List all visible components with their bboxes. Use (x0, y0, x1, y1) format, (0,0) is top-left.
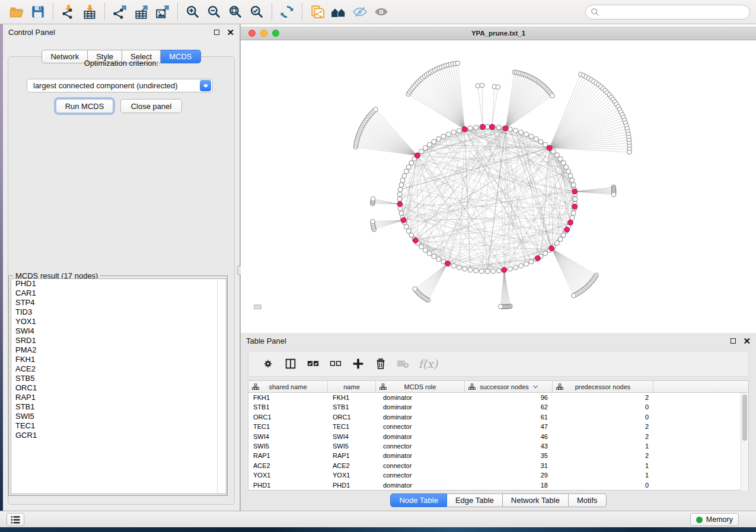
zoom-selected-icon[interactable] (246, 2, 267, 21)
graph-ring-node[interactable] (400, 178, 405, 182)
graph-mcds-node[interactable] (503, 126, 508, 131)
table-row[interactable]: FKH1FKH1dominator962 (248, 393, 748, 402)
graph-mcds-node[interactable] (413, 238, 418, 243)
graph-ring-node[interactable] (524, 132, 528, 137)
graph-leaf-node[interactable] (371, 219, 375, 224)
graph-ring-node[interactable] (491, 269, 496, 274)
show-all-icon[interactable] (371, 2, 392, 21)
graph-ring-node[interactable] (446, 132, 451, 137)
graph-ring-node[interactable] (538, 139, 543, 144)
tab-motifs[interactable]: Motifs (569, 493, 607, 507)
graph-ring-node[interactable] (561, 233, 566, 238)
close-panel-icon[interactable]: ✕ (227, 28, 234, 37)
search-input[interactable] (585, 5, 750, 20)
graph-ring-node[interactable] (397, 197, 402, 201)
graph-ring-node[interactable] (441, 134, 446, 139)
close-panel-button[interactable]: Close panel (120, 99, 182, 113)
graph-ring-node[interactable] (399, 182, 404, 187)
zoom-fit-icon[interactable] (225, 2, 246, 21)
tab-node-table[interactable]: Node Table (390, 493, 447, 507)
mcds-result-item[interactable]: ORC1 (11, 383, 226, 393)
mcds-result-item[interactable]: GCR1 (11, 431, 226, 440)
graph-ring-node[interactable] (406, 229, 411, 233)
graph-ring-node[interactable] (571, 182, 576, 187)
graph-ring-node[interactable] (419, 149, 424, 154)
mcds-result-item[interactable]: SWI5 (11, 412, 226, 421)
column-header-shared-name[interactable]: shared name (248, 381, 328, 392)
graph-ring-node[interactable] (513, 265, 518, 270)
graph-mcds-node[interactable] (568, 220, 573, 225)
graph-mcds-node[interactable] (397, 201, 403, 207)
mcds-list-scrollbar[interactable] (217, 279, 226, 493)
graph-ring-node[interactable] (554, 241, 559, 245)
memory-button[interactable]: Memory (690, 513, 739, 526)
graph-leaf-node[interactable] (572, 293, 576, 298)
graph-ring-node[interactable] (474, 268, 479, 273)
graph-mcds-node[interactable] (401, 217, 406, 223)
graph-leaf-node[interactable] (371, 197, 375, 201)
hide-selected-icon[interactable] (349, 2, 371, 21)
criterion-dropdown[interactable]: largest connected component (undirected) (27, 79, 213, 92)
table-row[interactable]: ORC1ORC1dominator610 (248, 412, 748, 422)
export-image-icon[interactable] (152, 2, 173, 21)
mcds-result-item[interactable]: STP4 (11, 298, 226, 307)
refresh-icon[interactable] (276, 2, 298, 21)
graph-mcds-node[interactable] (445, 261, 450, 266)
mcds-result-item[interactable]: TID3 (11, 307, 226, 317)
graph-ring-node[interactable] (462, 267, 467, 271)
graph-ring-node[interactable] (519, 130, 524, 134)
graph-ring-node[interactable] (561, 161, 566, 165)
graph-ring-node[interactable] (496, 125, 501, 130)
mcds-result-item[interactable]: ACE2 (11, 364, 226, 374)
table-row[interactable]: PHD1PHD1dominator180 (248, 480, 748, 490)
graph-leaf-node[interactable] (480, 83, 484, 88)
tab-network-table[interactable]: Network Table (503, 493, 569, 507)
table-splitter-grip[interactable] (254, 305, 261, 309)
graph-ring-node[interactable] (474, 125, 479, 130)
graph-ring-node[interactable] (402, 174, 407, 178)
first-neighbors-icon[interactable] (328, 2, 349, 21)
import-table-icon[interactable] (79, 2, 100, 21)
tab-edge-table[interactable]: Edge Table (447, 493, 503, 507)
graph-ring-node[interactable] (427, 251, 432, 256)
graph-ring-node[interactable] (399, 211, 404, 216)
mcds-result-item[interactable]: SWI4 (11, 326, 226, 336)
graph-ring-node[interactable] (558, 237, 563, 242)
graph-ring-node[interactable] (513, 128, 518, 133)
mcds-result-item[interactable]: STB5 (11, 374, 226, 383)
column-header-MCDS-role[interactable]: MCDS role (376, 381, 465, 392)
graph-ring-node[interactable] (409, 233, 414, 238)
duplicate-network-icon[interactable] (307, 2, 328, 21)
column-header-predecessor-nodes[interactable]: predecessor nodes (553, 381, 653, 392)
mcds-result-item[interactable]: YOX1 (11, 317, 226, 326)
graph-leaf-node[interactable] (498, 305, 503, 309)
graph-ring-node[interactable] (419, 244, 424, 249)
graph-ring-node[interactable] (451, 130, 456, 134)
graph-ring-node[interactable] (508, 127, 512, 132)
graph-mcds-node[interactable] (572, 189, 578, 194)
table-row[interactable]: STB1STB1dominator620 (248, 402, 748, 412)
column-header-name[interactable]: name (328, 381, 376, 392)
graph-ring-node[interactable] (524, 261, 528, 266)
graph-mcds-node[interactable] (535, 256, 540, 261)
column-visibility-icon[interactable] (279, 354, 302, 374)
open-session-icon[interactable] (6, 2, 27, 21)
graph-ring-node[interactable] (423, 248, 428, 252)
mcds-result-item[interactable]: STB1 (11, 402, 226, 412)
graph-ring-node[interactable] (397, 192, 402, 197)
graph-ring-node[interactable] (571, 211, 576, 216)
table-row[interactable]: SWI5SWI5connector431 (248, 441, 748, 451)
zoom-out-icon[interactable] (203, 2, 225, 21)
graph-ring-node[interactable] (529, 259, 534, 264)
graph-ring-node[interactable] (423, 146, 428, 150)
export-network-icon[interactable] (109, 2, 130, 21)
graph-leaf-node[interactable] (455, 61, 460, 66)
graph-leaf-node[interactable] (550, 94, 555, 98)
graph-ring-node[interactable] (543, 251, 548, 256)
graph-ring-node[interactable] (436, 137, 441, 142)
run-mcds-button[interactable]: Run MCDS (56, 99, 113, 113)
mcds-result-item[interactable]: TEC1 (11, 421, 226, 431)
graph-ring-node[interactable] (427, 142, 432, 147)
graph-mcds-node[interactable] (547, 145, 552, 150)
graph-ring-node[interactable] (436, 257, 441, 261)
